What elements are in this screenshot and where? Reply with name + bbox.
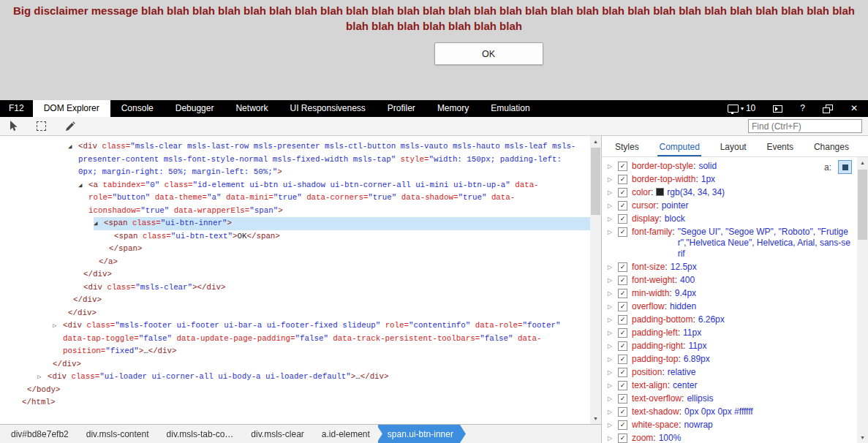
collapse-icon[interactable]: ◢	[78, 180, 88, 193]
expand-icon[interactable]: ▷	[606, 420, 617, 431]
select-region-button[interactable]	[32, 118, 50, 135]
expand-icon[interactable]: ▷	[606, 187, 617, 198]
dom-tree-line[interactable]: </div>	[0, 268, 590, 281]
select-element-button[interactable]	[4, 118, 22, 135]
dom-tree-line[interactable]: <span class="ui-btn-text">OK</span>	[0, 230, 590, 243]
dom-tree-line[interactable]: position="fixed">…</div>	[0, 345, 590, 358]
expand-icon[interactable]: ▷	[606, 393, 617, 404]
computed-property-row[interactable]: ▷✓padding-top:6.89px	[602, 353, 857, 366]
breadcrumb-item-selected[interactable]: span.ui-btn-inner	[378, 425, 466, 443]
dom-tree-line[interactable]: </div>	[0, 294, 590, 307]
devtools-tab-emulation[interactable]: Emulation	[480, 100, 540, 117]
dom-tree-line[interactable]: ◢<div class="msls-clear msls-last-row ms…	[0, 140, 590, 154]
devtools-tab-dom-explorer[interactable]: DOM Explorer	[33, 100, 110, 117]
property-checkbox[interactable]: ✓	[618, 420, 627, 430]
help-button[interactable]: ?	[800, 100, 805, 117]
expand-icon[interactable]: ▷	[606, 161, 617, 172]
property-checkbox[interactable]: ✓	[618, 433, 627, 443]
computed-property-row[interactable]: ▷✓white-space:nowrap	[602, 419, 857, 432]
devtools-tab-network[interactable]: Network	[224, 100, 279, 117]
computed-property-row[interactable]: ▷✓cursor:pointer	[602, 200, 857, 213]
collapse-icon[interactable]: ◢	[94, 218, 104, 231]
property-checkbox[interactable]: ✓	[618, 201, 627, 211]
computed-property-row[interactable]: ▷✓position:relative	[602, 366, 857, 379]
breadcrumb-item[interactable]: div.msls-content	[77, 425, 162, 443]
breadcrumb-item[interactable]: a.id-element	[312, 425, 382, 443]
computed-property-row[interactable]: ▷✓font-weight:400	[602, 274, 857, 287]
dom-tree-line[interactable]: ◢<a tabindex="0" class="id-element ui-bt…	[0, 179, 590, 192]
expand-icon[interactable]: ▷	[606, 200, 617, 211]
collapse-icon[interactable]: ◢	[68, 141, 78, 154]
dom-tree-line[interactable]: </body>	[0, 384, 590, 397]
expand-icon[interactable]: ▷	[53, 320, 63, 333]
pseudo-states-button[interactable]: a:	[824, 162, 831, 173]
expand-icon[interactable]: ▷	[606, 327, 617, 338]
dom-tree-line[interactable]: iconshadow="true" data-wrapperEls="span"…	[0, 205, 590, 218]
computed-property-row[interactable]: ▷✓font-size:12.5px	[602, 261, 857, 274]
expand-icon[interactable]: ▷	[606, 227, 617, 238]
computed-property-row[interactable]: ▷✓overflow:hidden	[602, 300, 857, 314]
devtools-tab-memory[interactable]: Memory	[426, 100, 480, 117]
property-checkbox[interactable]: ✓	[618, 381, 627, 390]
property-checkbox[interactable]: ✓	[618, 302, 627, 311]
property-checkbox[interactable]: ✓	[618, 289, 627, 298]
find-input[interactable]	[748, 119, 862, 133]
computed-property-row[interactable]: ▷✓text-align:center	[602, 379, 857, 393]
breadcrumb-item[interactable]: div.msls-tab-co…	[157, 425, 246, 443]
computed-property-row[interactable]: ▷✓padding-right:11px	[602, 340, 857, 353]
expand-icon[interactable]: ▷	[606, 406, 617, 417]
dom-tree-line[interactable]: 0px; margin-right: 50%; margin-left: 50%…	[0, 166, 590, 179]
dom-tree-line[interactable]: presenter-content msls-font-style-normal…	[0, 154, 590, 167]
console-popout-button[interactable]	[773, 105, 782, 113]
property-checkbox[interactable]: ✓	[618, 214, 627, 224]
dom-tree-line[interactable]: ▷<div class="msls-footer ui-footer ui-ba…	[0, 319, 590, 333]
property-checkbox[interactable]: ✓	[618, 262, 627, 272]
dom-tree-scrollbar[interactable]: ▲ ▼	[590, 136, 601, 424]
styles-tab-layout[interactable]: Layout	[719, 142, 748, 156]
expand-icon[interactable]: ▷	[606, 380, 617, 391]
breadcrumb-item[interactable]: div.msls-clear	[241, 425, 316, 443]
computed-property-row[interactable]: ▷✓border-top-style:solid	[602, 160, 857, 173]
computed-property-row[interactable]: ▷✓text-overflow:ellipsis	[602, 393, 857, 406]
property-checkbox[interactable]: ✓	[618, 315, 627, 325]
unpin-button[interactable]	[823, 105, 833, 113]
color-picker-button[interactable]	[61, 118, 79, 135]
breadcrumb-item[interactable]: div#bd8e7efb2	[1, 425, 81, 443]
property-checkbox[interactable]: ✓	[618, 188, 627, 197]
property-checkbox[interactable]: ✓	[618, 328, 627, 338]
dom-tree-line[interactable]: </div>	[0, 307, 590, 320]
computed-property-row[interactable]: ▷✓text-shadow:0px 0px 0px #ffffff	[602, 406, 857, 419]
property-checkbox[interactable]: ✓	[618, 394, 627, 404]
expand-icon[interactable]: ▷	[606, 213, 617, 224]
close-button[interactable]: ✕	[850, 100, 858, 117]
styles-tab-changes[interactable]: Changes	[812, 142, 850, 156]
styles-tab-events[interactable]: Events	[765, 142, 795, 156]
styles-tab-styles[interactable]: Styles	[614, 142, 641, 156]
expand-icon[interactable]: ▷	[606, 354, 617, 365]
styles-scrollbar[interactable]: ▲ ▼	[857, 157, 868, 443]
property-checkbox[interactable]: ✓	[618, 368, 627, 377]
styles-tab-computed[interactable]: Computed	[657, 142, 701, 156]
devtools-tab-console[interactable]: Console	[110, 100, 165, 117]
computed-property-row[interactable]: ▷✓zoom:100%	[602, 432, 857, 443]
property-checkbox[interactable]: ✓	[618, 175, 627, 184]
expand-icon[interactable]: ▷	[606, 367, 617, 378]
expand-icon[interactable]: ▷	[606, 275, 617, 286]
dom-tree-line[interactable]: <div class="msls-clear"></div>	[0, 281, 590, 295]
ok-button[interactable]: OK	[434, 42, 543, 65]
scroll-track[interactable]	[590, 147, 601, 413]
dom-tree-line[interactable]: ▷<div class="ui-loader ui-corner-all ui-…	[0, 371, 590, 384]
property-checkbox[interactable]: ✓	[618, 407, 627, 417]
expand-icon[interactable]: ▷	[606, 433, 617, 443]
computed-property-row[interactable]: ▷✓padding-left:11px	[602, 327, 857, 340]
expand-icon[interactable]: ▷	[606, 301, 617, 312]
dom-tree-line[interactable]: role="button" data-theme="a" data-mini="…	[0, 192, 590, 205]
scroll-down-icon[interactable]: ▼	[590, 413, 601, 424]
property-checkbox[interactable]: ✓	[618, 227, 627, 237]
computed-property-row[interactable]: ▷✓color:rgb(34, 34, 34)	[602, 186, 857, 200]
scroll-up-icon[interactable]: ▲	[590, 136, 601, 147]
dom-tree-line[interactable]: data-tap-toggle="false" data-update-page…	[0, 333, 590, 346]
devtools-tab-profiler[interactable]: Profiler	[377, 100, 426, 117]
computed-property-row[interactable]: ▷✓font-family:"Segoe UI", "Segoe WP", "R…	[602, 226, 857, 261]
scroll-up-icon[interactable]: ▲	[857, 157, 868, 168]
